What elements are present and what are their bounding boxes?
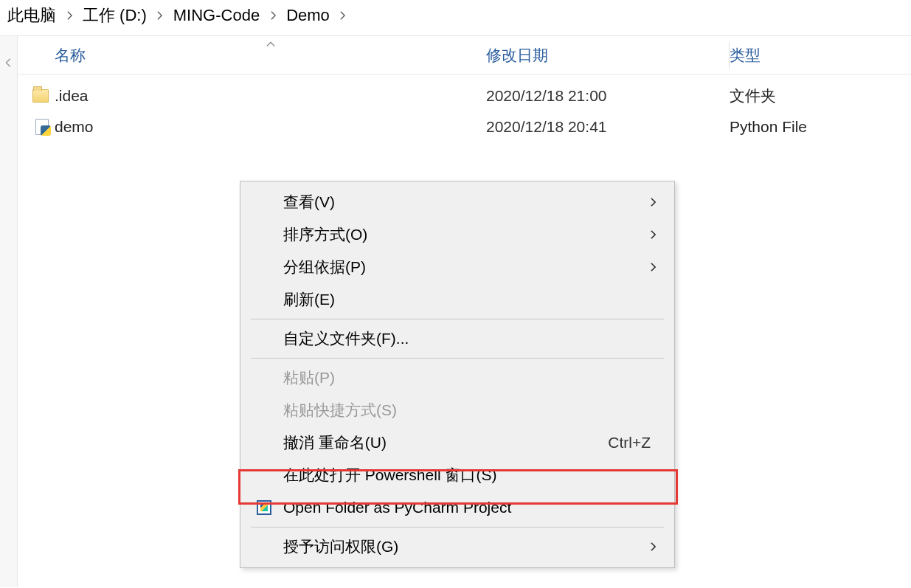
pycharm-icon <box>255 499 273 516</box>
file-date: 2020/12/18 21:00 <box>486 87 730 105</box>
column-separator <box>729 42 730 69</box>
menu-label: 在此处打开 Powershell 窗口(S) <box>283 465 658 485</box>
breadcrumb-item[interactable]: Demo <box>283 6 333 25</box>
menu-label: 自定义文件夹(F)... <box>283 328 658 349</box>
chevron-right-icon[interactable] <box>154 10 166 21</box>
menu-separator <box>251 358 664 359</box>
file-date: 2020/12/18 20:41 <box>486 118 730 136</box>
menu-item-grant-access[interactable]: 授予访问权限(G) <box>242 530 673 563</box>
file-list: .idea 2020/12/18 21:00 文件夹 demo 2020/12/… <box>18 75 911 142</box>
menu-label: 分组依据(P) <box>283 257 648 277</box>
python-file-icon <box>18 119 55 135</box>
breadcrumb-item[interactable]: 此电脑 <box>4 4 59 27</box>
column-header-type[interactable]: 类型 <box>730 45 911 66</box>
menu-item-customize-folder[interactable]: 自定义文件夹(F)... <box>242 322 673 355</box>
menu-item-group[interactable]: 分组依据(P) <box>242 251 673 283</box>
menu-item-open-powershell[interactable]: 在此处打开 Powershell 窗口(S) <box>242 459 673 491</box>
menu-label: 刷新(E) <box>283 289 658 310</box>
sort-ascending-icon <box>266 34 276 52</box>
chevron-right-icon <box>648 197 658 207</box>
file-type: 文件夹 <box>730 86 911 106</box>
menu-item-view[interactable]: 查看(V) <box>242 186 673 218</box>
menu-label: 粘贴(P) <box>283 367 658 388</box>
menu-item-paste: 粘贴(P) <box>242 362 673 394</box>
menu-item-sort[interactable]: 排序方式(O) <box>242 218 673 251</box>
chevron-left-icon[interactable] <box>4 55 12 72</box>
column-header-name[interactable]: 名称 <box>18 45 486 66</box>
menu-shortcut: Ctrl+Z <box>608 434 658 452</box>
file-name: demo <box>55 118 486 136</box>
menu-label: 粘贴快捷方式(S) <box>283 400 658 421</box>
chevron-right-icon[interactable] <box>267 10 279 21</box>
file-name: .idea <box>55 87 486 105</box>
column-headers: 名称 修改日期 类型 <box>18 36 911 75</box>
menu-separator <box>251 319 664 319</box>
chevron-right-icon[interactable] <box>63 10 75 21</box>
breadcrumb-item[interactable]: 工作 (D:) <box>80 4 150 27</box>
menu-item-paste-shortcut: 粘贴快捷方式(S) <box>242 394 673 426</box>
breadcrumb: 此电脑 工作 (D:) MING-Code Demo <box>0 0 911 36</box>
menu-separator <box>251 527 664 528</box>
breadcrumb-item[interactable]: MING-Code <box>170 6 263 25</box>
chevron-right-icon <box>648 262 658 272</box>
context-menu: 查看(V) 排序方式(O) 分组依据(P) 刷新(E) 自定义文件夹(F)...… <box>240 181 675 568</box>
menu-label: 排序方式(O) <box>283 224 648 245</box>
file-type: Python File <box>730 118 911 136</box>
chevron-right-icon[interactable] <box>337 10 349 21</box>
menu-item-open-pycharm[interactable]: Open Folder as PyCharm Project <box>242 491 673 524</box>
menu-item-refresh[interactable]: 刷新(E) <box>242 283 673 316</box>
menu-label: 撤消 重命名(U) <box>283 432 608 453</box>
chevron-right-icon <box>648 542 658 552</box>
menu-label: 授予访问权限(G) <box>283 536 648 557</box>
menu-label: 查看(V) <box>283 192 648 212</box>
menu-label: Open Folder as PyCharm Project <box>283 499 658 516</box>
folder-icon <box>18 89 55 103</box>
menu-item-undo-rename[interactable]: 撤消 重命名(U) Ctrl+Z <box>242 426 673 459</box>
list-item[interactable]: .idea 2020/12/18 21:00 文件夹 <box>18 80 911 111</box>
list-item[interactable]: demo 2020/12/18 20:41 Python File <box>18 111 911 142</box>
column-header-date[interactable]: 修改日期 <box>486 45 730 66</box>
left-gutter <box>0 36 18 587</box>
chevron-right-icon <box>648 229 658 240</box>
